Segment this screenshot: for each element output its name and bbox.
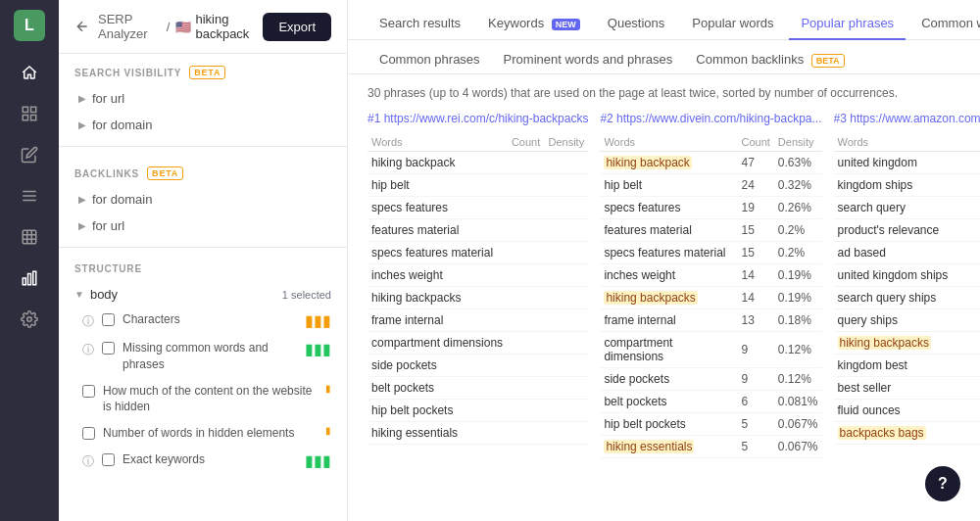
density-cell: 0.067% <box>774 436 822 458</box>
search-visibility-url-item[interactable]: ▶ for url <box>59 85 347 112</box>
table-row: united kingdom <box>834 152 980 174</box>
density-cell <box>544 400 588 422</box>
search-visibility-url-label: for url <box>92 91 124 106</box>
hidden-words-checkbox[interactable] <box>82 427 95 440</box>
col2-header[interactable]: #2 https://www.divein.com/hiking-backpa.… <box>600 112 821 125</box>
tab-popular-words[interactable]: Popular words <box>680 8 785 40</box>
table-row: kingdom best <box>834 355 980 377</box>
tab-search-results[interactable]: Search results <box>368 8 472 40</box>
chart-small-icon: ▮ <box>325 383 331 394</box>
sidebar-edit-icon[interactable] <box>12 137 47 172</box>
count-cell: 5 <box>737 436 773 458</box>
col3-header[interactable]: #3 https://www.amazon.com/hikin <box>834 112 980 125</box>
search-visibility-section: SEARCH VISIBILITY BETA <box>59 54 347 85</box>
word-cell: kingdom best <box>834 355 980 377</box>
table-row: compartment dimensions <box>368 332 588 355</box>
col1-header[interactable]: #1 https://www.rei.com/c/hiking-backpack… <box>368 112 588 125</box>
backlinks-url-label: for url <box>92 218 124 233</box>
table-row: backpacks bags <box>834 422 980 445</box>
tab-common-phrases[interactable]: Common phrases <box>368 46 492 74</box>
sidebar-dashboard-icon[interactable] <box>12 96 47 131</box>
density-cell: 0.067% <box>774 413 822 436</box>
tab-common-backlinks[interactable]: Common backlinks BETA <box>684 46 856 74</box>
table-row: inches weight 14 0.19% <box>600 264 821 287</box>
sidebar-grid-icon[interactable] <box>12 219 47 255</box>
sidebar-barchart-icon[interactable] <box>12 260 47 296</box>
second-row-tabs: Common phrases Prominent words and phras… <box>348 40 980 74</box>
count-cell: 19 <box>737 197 773 219</box>
word-cell: inches weight <box>600 264 737 287</box>
table-row: hip belt pockets <box>368 400 588 422</box>
missing-words-label: Missing common words and phrases <box>122 340 297 373</box>
count-cell <box>508 174 545 197</box>
count-cell <box>508 264 545 287</box>
table-row: inches weight <box>368 264 588 287</box>
table-row: frame internal <box>368 309 588 332</box>
col1-density-header: Density <box>544 133 588 152</box>
missing-words-item: ⓘ Missing common words and phrases ▮▮▮ <box>59 335 347 378</box>
divider <box>59 247 347 248</box>
tab-keywords[interactable]: Keywords NEW <box>476 8 592 40</box>
word-cell: search query ships <box>834 287 980 309</box>
word-cell: hip belt pockets <box>368 400 508 422</box>
word-cell: specs features <box>368 197 508 219</box>
tab-questions[interactable]: Questions <box>596 8 677 40</box>
density-cell <box>544 332 588 355</box>
word-cell: kingdom ships <box>834 174 980 197</box>
breadcrumb-separator: / <box>167 20 171 34</box>
backlinks-domain-label: for domain <box>92 192 152 207</box>
structure-section: STRUCTURE <box>59 256 347 282</box>
table-row: features material 15 0.2% <box>600 219 821 242</box>
density-cell <box>544 152 588 174</box>
svg-rect-12 <box>23 278 25 285</box>
backlinks-domain-item[interactable]: ▶ for domain <box>59 186 347 213</box>
info-circle-icon[interactable]: ⓘ <box>82 453 94 470</box>
sidebar-home-icon[interactable] <box>12 55 47 90</box>
breadcrumb-parent: SERP Analyzer <box>98 12 161 41</box>
left-panel: SERP Analyzer / 🇺🇸 hiking backpack Expor… <box>59 0 348 521</box>
tab-popular-phrases[interactable]: Popular phrases <box>789 8 906 40</box>
word-cell: fluid ounces <box>834 400 980 422</box>
tab-prominent[interactable]: Prominent words and phrases <box>492 46 685 74</box>
exact-keywords-checkbox[interactable] <box>102 453 115 466</box>
count-cell <box>508 422 545 445</box>
density-cell <box>544 355 588 377</box>
body-label: body <box>90 287 118 302</box>
density-cell <box>544 174 588 197</box>
sidebar-settings-icon[interactable] <box>12 302 47 337</box>
density-cell <box>544 377 588 400</box>
backlinks-section: BACKLINKS BETA <box>59 155 347 186</box>
tab-common-words[interactable]: Common words <box>909 8 980 40</box>
characters-checkbox[interactable] <box>102 313 115 326</box>
info-circle-icon[interactable]: ⓘ <box>82 342 94 358</box>
count-cell <box>508 152 545 174</box>
count-cell: 9 <box>737 368 773 391</box>
word-cell: hiking essentials <box>368 422 508 445</box>
backlinks-beta-badge: BETA <box>147 166 183 180</box>
help-button[interactable]: ? <box>925 466 960 501</box>
search-visibility-beta-badge: BETA <box>189 66 225 79</box>
chart-small-icon: ▮ <box>325 425 331 436</box>
structure-label: STRUCTURE <box>74 263 142 274</box>
export-button[interactable]: Export <box>263 13 331 41</box>
sidebar-list-icon[interactable] <box>12 178 47 213</box>
breadcrumb: SERP Analyzer / 🇺🇸 hiking backpack <box>98 12 255 41</box>
backlinks-url-item[interactable]: ▶ for url <box>59 213 347 239</box>
info-circle-icon[interactable]: ⓘ <box>82 313 94 330</box>
word-cell: inches weight <box>368 264 508 287</box>
search-visibility-domain-item[interactable]: ▶ for domain <box>59 112 347 138</box>
beta-badge: BETA <box>811 54 845 68</box>
back-button[interactable] <box>74 19 90 34</box>
density-cell: 0.2% <box>774 219 822 242</box>
characters-label: Characters <box>122 311 297 328</box>
hidden-content-label: How much of the content on the website i… <box>103 383 318 416</box>
missing-words-checkbox[interactable] <box>102 342 115 355</box>
word-cell: specs features material <box>600 242 737 264</box>
chevron-icon: ▶ <box>78 119 86 130</box>
word-cell: specs features <box>600 197 737 219</box>
word-cell: features material <box>368 219 508 242</box>
body-item[interactable]: ▼ body 1 selected <box>59 282 347 307</box>
table-row: search query <box>834 197 980 219</box>
hidden-content-checkbox[interactable] <box>82 385 95 398</box>
table-row: hiking essentials <box>368 422 588 445</box>
